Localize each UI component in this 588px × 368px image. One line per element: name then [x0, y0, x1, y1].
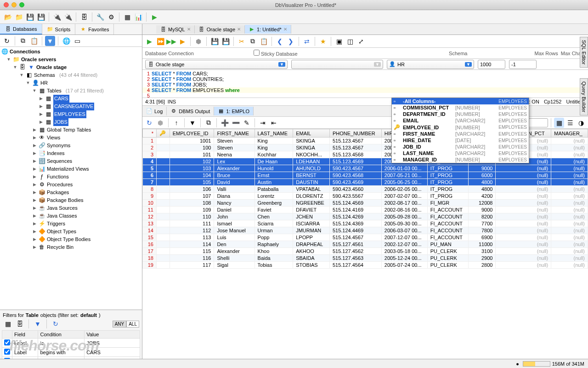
chevron-right-icon[interactable]: ▶	[32, 196, 37, 204]
prev-icon[interactable]: ❮	[275, 36, 285, 46]
chevron-right-icon[interactable]: ▶	[32, 134, 37, 142]
open-folder-icon[interactable]: 📁	[14, 12, 24, 22]
tree-node-recycle-bin[interactable]: ▶🗑Recycle Bin	[0, 243, 142, 251]
close-icon[interactable]: ✕	[237, 27, 241, 32]
autocomplete-item[interactable]: ▫FIRST_NAME[VARCHAR2]EMPLOYEES	[392, 131, 529, 137]
save-all-icon[interactable]: 💾	[36, 12, 46, 22]
resize-icon[interactable]: ⤢	[356, 36, 366, 46]
table-row[interactable]: 6104BruceErnstBERNST590.423.45682007-05-…	[143, 172, 588, 179]
copy-icon[interactable]: ⧉	[18, 36, 28, 46]
table-row[interactable]: 14112Jose ManuelUrmanJMURMAN515.124.4469…	[143, 227, 588, 234]
rownum-header[interactable]: *	[143, 129, 157, 138]
autocomplete-item[interactable]: 🔑EMPLOYEE_ID[NUMBER]EMPLOYEES	[392, 124, 529, 131]
tree-node-sequences[interactable]: ▶🔢Sequences	[0, 157, 142, 165]
table-row[interactable]: 17115AlexanderKhooAKHOO515.127.45622003-…	[143, 248, 588, 255]
col-first_name[interactable]: FIRST_NAME	[214, 129, 254, 138]
key-header[interactable]: 🔑	[157, 129, 170, 138]
close-icon[interactable]: ✕	[187, 27, 191, 32]
database-select[interactable]: ▼	[291, 60, 383, 69]
save-as-icon[interactable]: 💾	[220, 36, 231, 46]
chevron-down-icon[interactable]: ▼	[13, 63, 17, 71]
connect-icon[interactable]: 🔌	[52, 12, 62, 22]
copy-icon[interactable]: ⧉	[204, 118, 214, 128]
chevron-right-icon[interactable]: ▶	[32, 228, 37, 236]
table-row[interactable]: 10108NancyGreenbergNGREENBE515.124.45692…	[143, 200, 588, 207]
close-icon[interactable]: ✕	[283, 27, 287, 32]
refresh-icon[interactable]: ↻	[144, 118, 154, 128]
run-icon[interactable]: ▶	[144, 36, 154, 46]
filter-any-all[interactable]: ANYALL	[113, 321, 139, 328]
chevron-right-icon[interactable]: ▶	[32, 204, 37, 212]
chevron-right-icon[interactable]: ▶	[32, 181, 37, 189]
table-row[interactable]: 19117SigalTobiasSTOBIAS515.127.45642005-…	[143, 262, 588, 269]
tab-favorites[interactable]: ★Favorites	[75, 24, 114, 34]
tree-node-java-sources[interactable]: ▶☕Java Sources	[0, 204, 142, 212]
result-grid-wrap[interactable]: *🔑EMPLOYEE_IDFIRST_NAMELAST_NAMEEMAILPHO…	[142, 129, 588, 359]
minimize-icon[interactable]	[11, 2, 17, 7]
table-row[interactable]: 15113LuisPoppLPOPP515.124.45672007-12-07…	[143, 234, 588, 241]
autocomplete-item[interactable]: ▫JOB_ID[VARCHAR2]EMPLOYEES	[392, 144, 529, 150]
chevron-right-icon[interactable]: ▶	[39, 118, 43, 126]
tab-dbms[interactable]: ⚙DBMS Output	[167, 107, 214, 115]
table-row[interactable]: 11109DanielFavietDFAVIET515.124.41692002…	[143, 207, 588, 213]
tab-databases[interactable]: 🗄Databases	[0, 24, 42, 34]
filter-row[interactable]: Labelbegins withCARS	[2, 348, 140, 357]
chevron-right-icon[interactable]: ▶	[32, 220, 37, 228]
max-rows-input[interactable]	[478, 60, 505, 69]
tree-node-functions[interactable]: ▶ƒFunctions	[0, 173, 142, 181]
tree-node-java-classes[interactable]: ▶☕Java Classes	[0, 212, 142, 220]
new-connection-icon[interactable]: 📂	[3, 12, 13, 22]
sql-editor[interactable]: 1SELECT * FROM CARS; 2SELECT * FROM COUN…	[142, 70, 588, 98]
settings-icon[interactable]: ⚙	[106, 12, 116, 22]
disconnect-icon[interactable]: 🔌	[63, 12, 73, 22]
sql-editor-side-tab[interactable]: SQL Editor	[580, 37, 588, 68]
query-builder-side-tab[interactable]: Query Builder	[580, 78, 588, 115]
col-employee_id[interactable]: EMPLOYEE_ID	[170, 129, 214, 138]
window-icon[interactable]: ▭	[72, 36, 82, 46]
tab-oracle[interactable]: 🗄Oracle stage✕	[195, 25, 245, 34]
tab-untitled[interactable]: ▶1: Untitled*✕	[245, 25, 291, 34]
col-email[interactable]: EMAIL	[293, 129, 330, 138]
stop-icon[interactable]: ⬢	[155, 118, 165, 128]
table-row[interactable]: 9107DianaLorentzDLORENTZ590.423.55672007…	[143, 193, 588, 200]
run-cursor-icon[interactable]: ▶	[177, 36, 187, 46]
chevron-down-icon[interactable]: ▼	[32, 87, 37, 95]
schema-select[interactable]: 👤HR▼	[387, 60, 474, 69]
share-icon[interactable]: ⇄	[302, 36, 312, 46]
autocomplete-item[interactable]: ▫LAST_NAME[VARCHAR2]EMPLOYEES	[392, 150, 529, 156]
filter-row[interactable]: LabelisJOBS	[2, 339, 140, 348]
tree-node-triggers[interactable]: ▶⚡Triggers	[0, 220, 142, 228]
max-chars-input[interactable]	[509, 60, 537, 69]
autocomplete-item[interactable]: ▫-All Columns-EMPLOYEES	[392, 98, 529, 104]
tab-scripts[interactable]: 📁Scripts	[42, 24, 76, 34]
chevron-down-icon[interactable]: ▼	[6, 56, 11, 63]
copy-icon[interactable]: ⧉	[248, 36, 258, 46]
filter-funnel-icon[interactable]: ▼	[33, 319, 43, 329]
run-all-icon[interactable]: ▶▶	[166, 36, 176, 46]
list-view-icon[interactable]: ☰	[565, 118, 575, 128]
chevron-right-icon[interactable]: ▶	[32, 142, 37, 150]
tree-node-indexes[interactable]: ▶📑Indexes	[0, 150, 142, 157]
chevron-right-icon[interactable]: ▶	[32, 126, 37, 134]
stop-icon[interactable]: ⬢	[193, 36, 204, 46]
tree-node-package-bodies[interactable]: ▶📦Package Bodies	[0, 196, 142, 204]
autocomplete-item[interactable]: ▫HIRE_DATE[DATE]EMPLOYEES	[392, 137, 529, 144]
memory-bar[interactable]	[523, 361, 550, 367]
insert-row-icon[interactable]: ➕	[220, 118, 230, 128]
grid-icon[interactable]: ▦	[122, 12, 132, 22]
chevron-right-icon[interactable]: ▶	[32, 189, 37, 196]
table-row[interactable]: 7105DavidAustinDAUSTIN590.423.45692005-0…	[143, 179, 588, 186]
filter-check[interactable]	[4, 339, 10, 345]
chevron-down-icon[interactable]: ▼	[19, 71, 24, 79]
filter-icon[interactable]: ▼	[187, 118, 198, 128]
col-manager_[interactable]: MANAGER_	[551, 129, 588, 138]
table-row[interactable]: 5103AlexanderHunoldAHUNOLD590.423.456720…	[143, 165, 588, 172]
chevron-right-icon[interactable]: ▶	[39, 95, 43, 103]
tab-mysql[interactable]: 🗄MySQL✕	[156, 25, 195, 34]
tab-log[interactable]: 📄Log	[142, 107, 167, 115]
autocomplete-item[interactable]: ▫MANAGER_ID[NUMBER]EMPLOYEES	[392, 156, 529, 163]
refresh-icon[interactable]: ↻	[2, 36, 12, 46]
tree-node-materialized-views[interactable]: ▶📊Materialized Views	[0, 165, 142, 173]
filter-db-icon[interactable]: 🗄	[15, 319, 25, 329]
paste-icon[interactable]: 📋	[259, 36, 269, 46]
